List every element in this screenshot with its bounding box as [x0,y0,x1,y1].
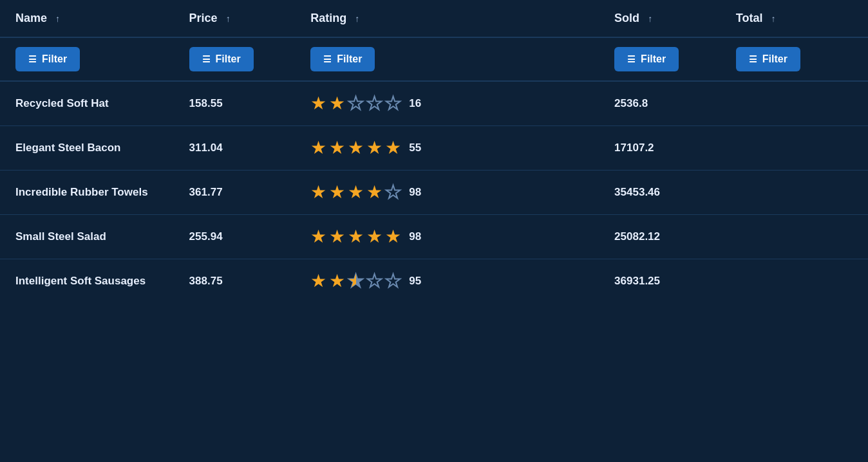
star-empty-icon: ★ [385,272,401,290]
star-full-icon: ★ [329,272,345,290]
star-empty-icon: ★ [385,183,401,201]
filter-row: ☰ Filter ☰ Filter ☰ Filter [0,37,868,81]
filter-label-name: Filter [42,53,67,65]
star-full-icon: ★ [385,139,401,157]
filter-label-price: Filter [216,53,241,65]
cell-rating-2: ★★★★★ 98 [295,171,599,215]
cell-rating-3: ★★★★★ 98 [295,215,599,259]
star-empty-icon: ★ [366,95,382,113]
cell-price-4: 388.75 [174,259,296,304]
table-row: Incredible Rubber Towels 361.77 ★★★★★ 98… [0,171,868,215]
table-container: Name ↑ Price ↑ Rating ↑ Sold ↑ Total ↑ [0,0,868,462]
filter-button-price[interactable]: ☰ Filter [189,47,254,71]
col-sold-label: Sold [614,12,639,24]
cell-sold-count-0: 16 [409,97,421,110]
star-full-icon: ★ [348,183,364,201]
filter-label-rating: Filter [337,53,362,65]
star-half-icon: ★ ★ [348,272,364,290]
filter-label-sold: Filter [641,53,666,65]
filter-cell-total: ☰ Filter [721,37,868,81]
header-row: Name ↑ Price ↑ Rating ↑ Sold ↑ Total ↑ [0,0,868,37]
col-name-label: Name [15,12,47,24]
col-price-sort-icon: ↑ [226,14,231,24]
filter-button-sold[interactable]: ☰ Filter [614,47,679,71]
cell-name-4: Intelligent Soft Sausages [0,259,174,304]
col-name-sort-icon: ↑ [55,14,60,24]
cell-price-3: 255.94 [174,215,296,259]
star-full-icon: ★ [348,139,364,157]
cell-name-1: Elegant Steel Bacon [0,126,174,171]
table-row: Recycled Soft Hat 158.55 ★★★★★ 16 16 253… [0,81,868,126]
star-full-icon: ★ [310,139,326,157]
col-header-total[interactable]: Total ↑ [721,0,868,37]
rating-stars-0: ★★★★★ 16 [310,95,583,113]
star-empty-icon: ★ [348,95,364,113]
cell-sold-count-2: 98 [409,186,421,199]
cell-price-2: 361.77 [174,171,296,215]
rating-stars-4: ★★ ★ ★ ★★ 95 [310,272,583,290]
cell-rating-4: ★★ ★ ★ ★★ 95 [295,259,599,304]
star-full-icon: ★ [329,183,345,201]
col-header-price[interactable]: Price ↑ [174,0,296,37]
product-table: Name ↑ Price ↑ Rating ↑ Sold ↑ Total ↑ [0,0,868,303]
filter-cell-name: ☰ Filter [0,37,174,81]
cell-sold-count-4: 95 [409,275,421,288]
filter-icon-price: ☰ [202,54,211,64]
star-full-icon: ★ [366,139,382,157]
table-row: Elegant Steel Bacon 311.04 ★★★★★ 55 55 1… [0,126,868,171]
filter-button-rating[interactable]: ☰ Filter [310,47,375,71]
cell-total-3: 25082.12 [599,215,721,259]
star-full-icon: ★ [310,272,326,290]
cell-total-0: 2536.8 [599,81,721,126]
cell-name-3: Small Steel Salad [0,215,174,259]
star-full-icon: ★ [366,183,382,201]
star-full-icon: ★ [310,228,326,246]
cell-name-0: Recycled Soft Hat [0,81,174,126]
star-full-icon: ★ [385,228,401,246]
rating-stars-3: ★★★★★ 98 [310,228,583,246]
cell-total-2: 35453.46 [599,171,721,215]
col-header-name[interactable]: Name ↑ [0,0,174,37]
cell-rating-1: ★★★★★ 55 [295,126,599,171]
col-rating-label: Rating [310,12,346,24]
star-full-icon: ★ [366,228,382,246]
star-full-icon: ★ [310,95,326,113]
cell-price-1: 311.04 [174,126,296,171]
filter-button-name[interactable]: ☰ Filter [15,47,80,71]
table-body: Recycled Soft Hat 158.55 ★★★★★ 16 16 253… [0,81,868,303]
col-header-rating[interactable]: Rating ↑ [295,0,599,37]
star-full-icon: ★ [329,228,345,246]
table-row: Intelligent Soft Sausages 388.75 ★★ ★ ★ … [0,259,868,304]
cell-name-2: Incredible Rubber Towels [0,171,174,215]
star-full-icon: ★ [348,228,364,246]
rating-stars-2: ★★★★★ 98 [310,183,583,201]
col-price-label: Price [189,12,218,24]
rating-stars-1: ★★★★★ 55 [310,139,583,157]
star-full-icon: ★ [329,95,345,113]
star-empty-icon: ★ [366,272,382,290]
col-total-label: Total [736,12,763,24]
cell-price-0: 158.55 [174,81,296,126]
filter-icon-total: ☰ [749,54,757,64]
cell-rating-0: ★★★★★ 16 [295,81,599,126]
star-full-icon: ★ [310,183,326,201]
filter-cell-price: ☰ Filter [174,37,296,81]
col-sold-sort-icon: ↑ [648,14,652,24]
cell-total-4: 36931.25 [599,259,721,304]
cell-sold-count-1: 55 [409,142,421,154]
filter-icon-rating: ☰ [323,54,332,64]
filter-icon-name: ☰ [28,54,37,64]
filter-cell-rating: ☰ Filter [295,37,599,81]
col-total-sort-icon: ↑ [771,14,776,24]
filter-button-total[interactable]: ☰ Filter [736,47,800,71]
table-row: Small Steel Salad 255.94 ★★★★★ 98 98 250… [0,215,868,259]
star-full-icon: ★ [329,139,345,157]
cell-sold-count-3: 98 [409,230,421,243]
filter-cell-sold: ☰ Filter [599,37,721,81]
star-empty-icon: ★ [385,95,401,113]
col-rating-sort-icon: ↑ [355,14,359,24]
filter-label-total: Filter [762,53,788,65]
col-header-sold[interactable]: Sold ↑ [599,0,721,37]
filter-icon-sold: ☰ [627,54,636,64]
cell-total-1: 17107.2 [599,126,721,171]
